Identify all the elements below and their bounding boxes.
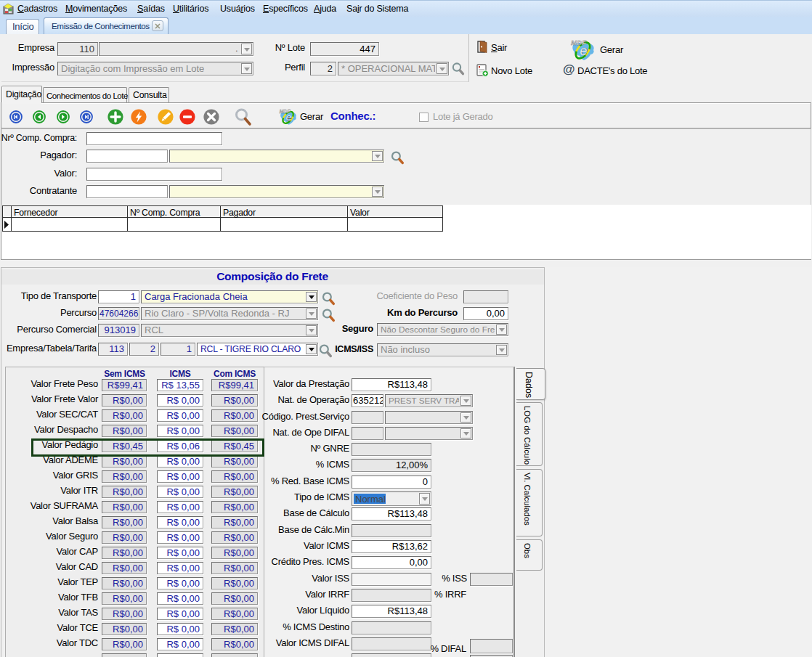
svg-text:MDF: MDF — [279, 109, 291, 114]
svg-text:MDF: MDF — [571, 38, 586, 46]
